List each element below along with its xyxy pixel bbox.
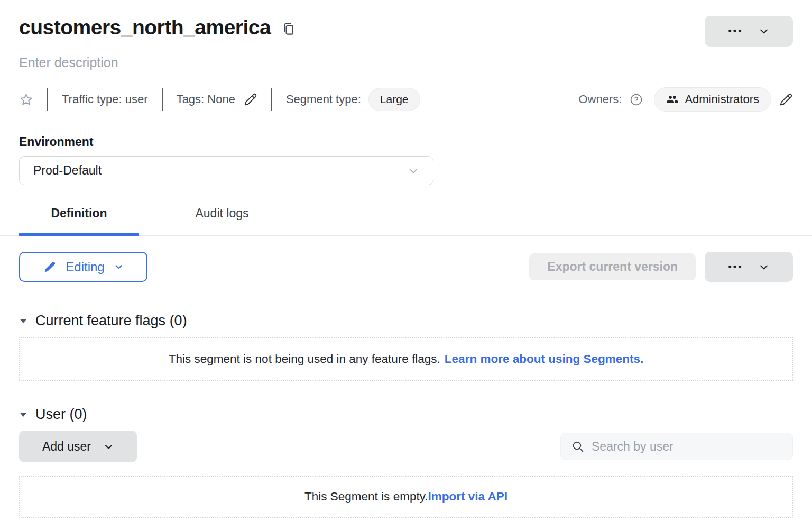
chevron-down-icon: [104, 442, 114, 452]
learn-more-link[interactable]: Learn more about using Segments.: [445, 352, 643, 366]
segment-detail-page: customers_north_america ••• Enter descri…: [0, 0, 812, 530]
toolbar-right: Export current version •••: [529, 252, 793, 282]
owners-group: Owners: Administrators: [578, 87, 793, 112]
environment-label: Environment: [19, 135, 793, 149]
user-section-header[interactable]: User (0): [19, 406, 793, 423]
edit-owners-icon[interactable]: [779, 93, 793, 106]
tab-audit-logs[interactable]: Audit logs: [169, 206, 275, 235]
feature-flags-section-header[interactable]: Current feature flags (0): [19, 313, 793, 329]
meta-left: Traffic type: user Tags: None Segment ty…: [19, 88, 420, 111]
user-search-box: [560, 433, 793, 460]
title-row: customers_north_america •••: [19, 0, 793, 47]
description-placeholder[interactable]: Enter description: [19, 55, 793, 70]
segment-type-label: Segment type:: [286, 93, 361, 106]
toolbar-more-button[interactable]: •••: [705, 252, 793, 282]
tags-label: Tags: None: [177, 93, 235, 106]
feature-flags-empty-text: This segment is not being used in any fe…: [169, 352, 440, 366]
toolbar: Editing Export current version •••: [19, 252, 793, 282]
chevron-down-icon: [408, 165, 419, 177]
meta-row: Traffic type: user Tags: None Segment ty…: [19, 87, 793, 112]
ellipsis-icon: •••: [728, 262, 743, 271]
add-user-label: Add user: [42, 440, 91, 454]
chevron-down-icon: [759, 26, 769, 36]
ellipsis-icon: •••: [728, 26, 743, 35]
traffic-type-label: Traffic type: user: [62, 93, 148, 106]
owners-value: Administrators: [685, 93, 759, 106]
segment-type-group: Segment type: Large: [286, 88, 420, 111]
export-current-version-button[interactable]: Export current version: [529, 253, 696, 280]
header-more-button[interactable]: •••: [705, 16, 793, 47]
edit-tags-icon[interactable]: [244, 93, 257, 106]
pencil-icon: [43, 261, 56, 273]
segment-type-badge[interactable]: Large: [368, 88, 420, 111]
people-icon: [666, 93, 679, 106]
title-group: customers_north_america: [19, 16, 296, 39]
user-controls-row: Add user: [19, 431, 793, 462]
star-icon[interactable]: [19, 93, 33, 107]
user-empty-state: This Segment is empty. Import via API: [19, 476, 793, 518]
import-via-api-link[interactable]: Import via API: [428, 490, 507, 504]
user-section-title: User (0): [35, 406, 87, 423]
editing-label: Editing: [66, 260, 104, 275]
page-title: customers_north_america: [19, 16, 271, 39]
meta-separator: [271, 88, 272, 111]
editing-mode-button[interactable]: Editing: [19, 252, 147, 282]
environment-selected-value: Prod-Default: [33, 163, 102, 178]
chevron-down-icon: [759, 262, 769, 272]
tags-group: Tags: None: [177, 93, 257, 106]
section-divider: [19, 296, 793, 296]
search-icon: [571, 440, 585, 453]
search-by-user-input[interactable]: [592, 440, 782, 454]
collapse-triangle-icon: [19, 410, 27, 419]
meta-separator: [162, 88, 163, 111]
tab-bar: Definition Audit logs: [0, 206, 812, 236]
owners-label: Owners:: [578, 93, 622, 106]
help-circle-icon[interactable]: [630, 93, 643, 106]
feature-flags-empty-state: This segment is not being used in any fe…: [19, 337, 793, 381]
collapse-triangle-icon: [19, 317, 27, 325]
feature-flags-section-title: Current feature flags (0): [35, 313, 187, 329]
environment-select[interactable]: Prod-Default: [19, 156, 433, 185]
segment-empty-text: This Segment is empty.: [304, 490, 428, 504]
tab-definition[interactable]: Definition: [19, 206, 139, 235]
chevron-down-icon: [114, 262, 123, 271]
copy-icon[interactable]: [281, 22, 296, 36]
meta-separator: [47, 88, 48, 111]
add-user-button[interactable]: Add user: [19, 431, 137, 462]
owners-badge[interactable]: Administrators: [654, 87, 771, 112]
